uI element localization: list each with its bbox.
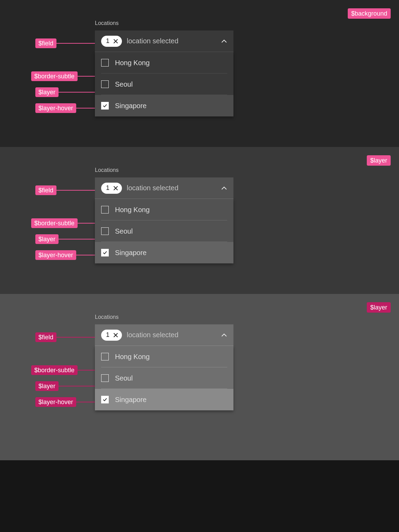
annotation-layer-hover: $layer-hover — [35, 397, 100, 407]
annotation-tag: $field — [35, 332, 56, 342]
annotation-tag: $layer — [35, 234, 59, 244]
close-icon[interactable] — [113, 38, 118, 44]
annotation-line — [56, 337, 96, 338]
annotation-border-subtle: $border-subtle — [31, 365, 104, 375]
annotation-field: $field — [35, 185, 99, 195]
checkbox-icon[interactable] — [101, 353, 109, 360]
dropdown-option[interactable]: Singapore — [95, 242, 233, 263]
dropdown-label: Locations — [95, 20, 233, 26]
dropdown-option-label: Seoul — [115, 80, 133, 88]
dropdown-field-text: location selected — [127, 184, 221, 192]
chevron-up-icon — [221, 38, 227, 44]
annotation-field: $field — [35, 332, 99, 342]
chevron-up-icon — [221, 332, 227, 338]
multiselect-dropdown: Locations1location selectedHong KongSeou… — [95, 314, 233, 410]
selection-count: 1 — [106, 331, 109, 339]
dropdown-menu: Hong KongSeoulSingapore — [95, 346, 233, 410]
annotation-tag: $layer-hover — [35, 250, 76, 260]
annotation-tag: $layer — [35, 381, 59, 391]
dropdown-option[interactable]: Hong Kong — [95, 199, 233, 220]
close-icon[interactable] — [113, 332, 118, 338]
dropdown-option-label: Seoul — [115, 374, 133, 382]
annotation-line — [59, 386, 98, 386]
annotation-line — [76, 402, 97, 402]
checkbox-icon[interactable] — [101, 206, 109, 213]
dropdown-menu: Hong KongSeoulSingapore — [95, 52, 233, 116]
annotation-field: $field — [35, 38, 99, 48]
dropdown-menu: Hong KongSeoulSingapore — [95, 199, 233, 263]
checkbox-icon[interactable] — [101, 227, 109, 235]
dropdown-option-label: Singapore — [115, 102, 147, 110]
dropdown-label: Locations — [95, 314, 233, 320]
chevron-up-icon — [221, 185, 227, 191]
dropdown-label: Locations — [95, 167, 233, 173]
selection-count-tag[interactable]: 1 — [101, 183, 122, 194]
annotation-tag: $layer — [35, 87, 59, 97]
dropdown-option-label: Singapore — [115, 396, 147, 404]
annotation-line — [76, 108, 97, 108]
checkbox-icon[interactable] — [101, 374, 109, 382]
dropdown-option[interactable]: Hong Kong — [95, 346, 233, 367]
annotation-line — [56, 190, 96, 191]
multiselect-dropdown: Locations1location selectedHong KongSeou… — [95, 167, 233, 263]
dropdown-field[interactable]: 1location selected — [95, 324, 233, 346]
token-stage: $background$field$border-subtle$layer$la… — [0, 0, 399, 147]
selection-count-tag[interactable]: 1 — [101, 330, 122, 341]
annotation-tag: $border-subtle — [31, 218, 78, 228]
annotation-tag: $field — [35, 38, 56, 48]
annotation-line — [56, 43, 96, 44]
dropdown-option[interactable]: Seoul — [95, 220, 233, 242]
token-stage: $layer$field$border-subtle$layer$layer-h… — [0, 147, 399, 294]
dropdown-option-label: Hong Kong — [115, 353, 150, 361]
annotation-border-subtle: $border-subtle — [31, 218, 104, 228]
annotation-layer: $layer — [35, 234, 101, 244]
dropdown-option-label: Singapore — [115, 249, 147, 257]
dropdown-option[interactable]: Seoul — [95, 73, 233, 95]
checkbox-checked-icon[interactable] — [101, 249, 109, 256]
annotation-tag: $layer-hover — [35, 397, 76, 407]
annotation-tag: $field — [35, 185, 56, 195]
annotation-layer: $layer — [35, 381, 101, 391]
selection-count: 1 — [106, 37, 109, 45]
dropdown-option[interactable]: Singapore — [95, 95, 233, 116]
dropdown-field[interactable]: 1location selected — [95, 177, 233, 199]
dropdown-option-label: Seoul — [115, 227, 133, 235]
annotation-border-subtle: $border-subtle — [31, 71, 104, 81]
selection-count: 1 — [106, 184, 109, 192]
annotation-layer: $layer — [35, 87, 101, 97]
corner-token-tag: $background — [348, 8, 391, 19]
annotation-layer-hover: $layer-hover — [35, 250, 100, 260]
annotation-layer-hover: $layer-hover — [35, 103, 100, 113]
dropdown-option[interactable]: Hong Kong — [95, 52, 233, 73]
annotation-line — [59, 239, 98, 239]
annotation-line — [76, 255, 97, 255]
dropdown-field-text: location selected — [127, 37, 221, 45]
selection-count-tag[interactable]: 1 — [101, 36, 122, 47]
checkbox-checked-icon[interactable] — [101, 396, 109, 403]
checkbox-icon[interactable] — [101, 80, 109, 88]
annotation-line — [59, 92, 98, 93]
dropdown-option-label: Hong Kong — [115, 206, 150, 214]
dropdown-option-label: Hong Kong — [115, 59, 150, 67]
checkbox-icon[interactable] — [101, 59, 109, 67]
corner-token-tag: $layer — [367, 155, 391, 166]
dropdown-field[interactable]: 1location selected — [95, 30, 233, 52]
dropdown-option[interactable]: Singapore — [95, 389, 233, 410]
annotation-tag: $border-subtle — [31, 71, 78, 81]
dropdown-field-text: location selected — [127, 331, 221, 339]
close-icon[interactable] — [113, 185, 118, 191]
corner-token-tag: $layer — [367, 302, 391, 313]
checkbox-checked-icon[interactable] — [101, 102, 109, 110]
annotation-tag: $layer-hover — [35, 103, 76, 113]
multiselect-dropdown: Locations1location selectedHong KongSeou… — [95, 20, 233, 116]
annotation-tag: $border-subtle — [31, 365, 78, 375]
token-stage: $layer$field$border-subtle$layer$layer-h… — [0, 294, 399, 460]
dropdown-option[interactable]: Seoul — [95, 367, 233, 389]
